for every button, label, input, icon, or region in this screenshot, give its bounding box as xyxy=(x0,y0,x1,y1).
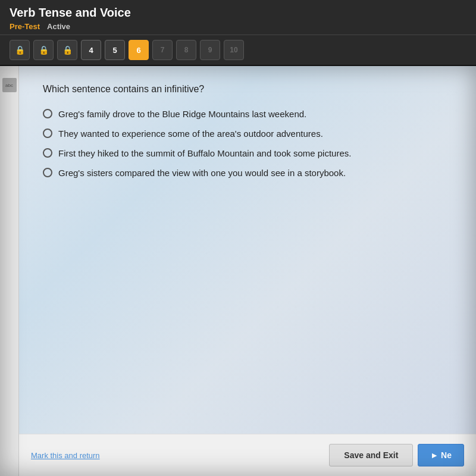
nav-item-1[interactable]: 🔒 xyxy=(10,40,30,60)
option-text-2: They wanted to experience some of the ar… xyxy=(58,127,323,140)
footer-buttons: Save and Exit ► Ne xyxy=(329,444,464,466)
next-button[interactable]: ► Ne xyxy=(418,444,464,466)
answer-options: Greg's family drove to the Blue Ridge Mo… xyxy=(43,108,452,179)
option-radio-1[interactable] xyxy=(43,109,52,118)
header-status: Pre-Test Active xyxy=(10,22,466,31)
main-area: abc Which sentence contains an infinitiv… xyxy=(0,66,476,476)
nav-item-2[interactable]: 🔒 xyxy=(33,40,54,60)
next-icon: ► Ne xyxy=(430,450,452,460)
nav-label-7: 7 xyxy=(161,46,165,54)
question-navigation: 🔒 🔒 🔒 4 5 6 7 8 9 10 xyxy=(0,35,476,66)
nav-item-6[interactable]: 6 xyxy=(129,40,149,60)
option-text-1: Greg's family drove to the Blue Ridge Mo… xyxy=(58,108,306,120)
nav-item-4[interactable]: 4 xyxy=(81,40,101,60)
option-radio-4[interactable] xyxy=(43,168,52,177)
question-text: Which sentence contains an infinitive? xyxy=(43,84,452,95)
nav-item-9[interactable]: 9 xyxy=(200,40,220,60)
page-title: Verb Tense and Voice xyxy=(10,6,466,20)
nav-label-5: 5 xyxy=(112,46,117,55)
header: Verb Tense and Voice Pre-Test Active xyxy=(0,0,476,35)
nav-label-4: 4 xyxy=(89,46,93,55)
nav-label-10: 10 xyxy=(230,46,237,54)
nav-item-5[interactable]: 5 xyxy=(105,40,125,60)
abc-icon: abc xyxy=(5,83,13,88)
option-text-3: First they hiked to the summit of Buffal… xyxy=(58,147,351,159)
question-area: Which sentence contains an infinitive? G… xyxy=(19,66,476,434)
option-radio-3[interactable] xyxy=(43,148,52,158)
option-item-2[interactable]: They wanted to experience some of the ar… xyxy=(43,127,452,140)
save-exit-button[interactable]: Save and Exit xyxy=(329,444,413,466)
nav-item-8[interactable]: 8 xyxy=(176,40,196,60)
nav-item-7[interactable]: 7 xyxy=(152,40,173,60)
nav-label-8: 8 xyxy=(184,46,189,54)
pre-test-label: Pre-Test xyxy=(10,22,40,31)
lock-icon: 🔒 xyxy=(39,45,49,55)
footer-area: Mark this and return Save and Exit ► Ne xyxy=(19,434,476,476)
option-text-4: Greg's sisters compared the view with on… xyxy=(58,167,346,179)
mark-return-button[interactable]: Mark this and return xyxy=(31,451,100,460)
content-panel: Which sentence contains an infinitive? G… xyxy=(19,66,476,476)
nav-label-9: 9 xyxy=(208,46,212,54)
left-sidebar: abc xyxy=(0,66,19,476)
nav-item-3[interactable]: 🔒 xyxy=(57,40,77,60)
sidebar-icon: abc xyxy=(2,78,17,92)
option-radio-2[interactable] xyxy=(43,129,52,138)
lock-icon: 🔒 xyxy=(15,45,25,55)
nav-label-6: 6 xyxy=(136,46,140,55)
active-label: Active xyxy=(47,22,70,31)
nav-item-10[interactable]: 10 xyxy=(224,40,244,60)
option-item-3[interactable]: First they hiked to the summit of Buffal… xyxy=(43,147,452,159)
option-item-4[interactable]: Greg's sisters compared the view with on… xyxy=(43,167,452,179)
lock-icon: 🔒 xyxy=(62,45,73,55)
option-item-1[interactable]: Greg's family drove to the Blue Ridge Mo… xyxy=(43,108,452,120)
